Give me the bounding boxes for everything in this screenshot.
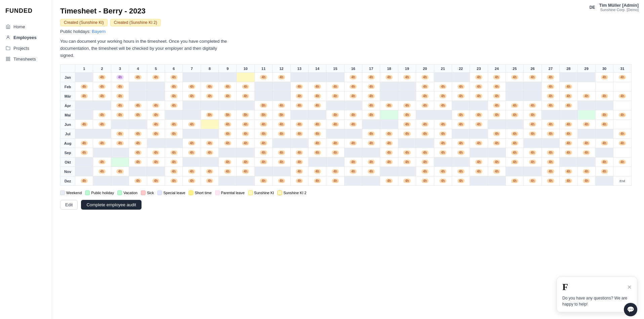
cell-feb-27[interactable]: 4h	[541, 82, 559, 92]
cell-sep-26[interactable]: 4h	[524, 148, 541, 157]
cell-jun-24[interactable]	[488, 120, 506, 129]
cell-apr-14[interactable]: 4h	[308, 101, 326, 110]
cell-jan-1[interactable]	[75, 73, 93, 82]
cell-jul-29[interactable]	[577, 129, 595, 139]
chat-close-button[interactable]: ✕	[627, 284, 632, 290]
cell-mär-3[interactable]: 4h	[111, 92, 129, 101]
cell-jul-15[interactable]	[326, 129, 344, 139]
cell-sep-20[interactable]: 4h	[416, 148, 434, 157]
cell-dez-21[interactable]: 4h	[434, 176, 452, 186]
cell-jul-23[interactable]	[470, 129, 488, 139]
cell-nov-16[interactable]: 4h	[344, 167, 362, 176]
cell-dez-6[interactable]: 4h	[165, 176, 183, 186]
cell-okt-16[interactable]: 4h	[344, 157, 362, 167]
cell-mai-22[interactable]: 4h	[452, 110, 470, 120]
cell-apr-11[interactable]: 8h	[254, 101, 272, 110]
cell-nov-10[interactable]: 4h	[237, 167, 254, 176]
cell-aug-15[interactable]: 4h	[326, 139, 344, 148]
cell-mai-4[interactable]: 4h	[129, 110, 147, 120]
cell-jun-23[interactable]: 4h	[470, 120, 488, 129]
cell-okt-13[interactable]: 4h	[290, 157, 308, 167]
cell-jul-9[interactable]: 4h	[219, 129, 237, 139]
cell-jun-29[interactable]: 4h	[577, 120, 595, 129]
cell-dez-15[interactable]: 4h	[326, 176, 344, 186]
cell-jul-25[interactable]: 4h	[506, 129, 524, 139]
cell-jan-7[interactable]	[183, 73, 201, 82]
cell-jun-30[interactable]: 4h	[595, 120, 613, 129]
cell-jul-28[interactable]: 4h	[560, 129, 577, 139]
cell-mai-31[interactable]: 4h	[613, 110, 632, 120]
cell-dez-22[interactable]: 4h	[452, 176, 470, 186]
cell-sep-23[interactable]	[470, 148, 488, 157]
cell-apr-29[interactable]	[577, 101, 595, 110]
cell-jan-9[interactable]	[219, 73, 237, 82]
cell-apr-2[interactable]	[93, 101, 111, 110]
cell-mär-25[interactable]	[506, 92, 524, 101]
cell-nov-19[interactable]	[398, 167, 416, 176]
cell-okt-24[interactable]: 4h	[488, 157, 506, 167]
cell-apr-25[interactable]: 4h	[506, 101, 524, 110]
cell-jul-8[interactable]	[201, 129, 218, 139]
cell-okt-8[interactable]	[201, 157, 218, 167]
cell-jul-20[interactable]: 4h	[416, 129, 434, 139]
cell-jan-30[interactable]: 4h	[595, 73, 613, 82]
cell-apr-21[interactable]: 4h	[434, 101, 452, 110]
cell-okt-18[interactable]: 4h	[380, 157, 398, 167]
cell-apr-4[interactable]: 4h	[129, 101, 147, 110]
cell-feb-1[interactable]: 4h	[75, 82, 93, 92]
cell-apr-1[interactable]	[75, 101, 93, 110]
cell-feb-17[interactable]: 4h	[362, 82, 380, 92]
cell-okt-23[interactable]: 4h	[470, 157, 488, 167]
cell-mai-5[interactable]: 4h	[147, 110, 165, 120]
cell-nov-23[interactable]: 4h	[470, 167, 488, 176]
cell-sep-22[interactable]: 4h	[452, 148, 470, 157]
cell-jul-27[interactable]: 4h	[541, 129, 559, 139]
cell-jun-4[interactable]	[129, 120, 147, 129]
cell-apr-20[interactable]: 4h	[416, 101, 434, 110]
cell-mär-12[interactable]	[273, 92, 290, 101]
cell-dez-12[interactable]: 4h	[273, 176, 290, 186]
cell-jun-2[interactable]: 4h	[93, 120, 111, 129]
cell-okt-21[interactable]	[434, 157, 452, 167]
cell-feb-6[interactable]: 4h	[165, 82, 183, 92]
language-selector[interactable]: DE	[590, 5, 595, 10]
cell-jan-31[interactable]: 4h	[613, 73, 632, 82]
cell-aug-27[interactable]	[541, 139, 559, 148]
cell-sep-28[interactable]: 4h	[560, 148, 577, 157]
cell-mai-18[interactable]	[380, 110, 398, 120]
cell-jun-10[interactable]: 4h	[237, 120, 254, 129]
cell-apr-17[interactable]: 4h	[362, 101, 380, 110]
cell-mai-16[interactable]: 4h	[344, 110, 362, 120]
cell-jul-16[interactable]	[344, 129, 362, 139]
cell-mai-29[interactable]	[577, 110, 595, 120]
cell-jan-16[interactable]: 4h	[344, 73, 362, 82]
cell-okt-15[interactable]	[326, 157, 344, 167]
cell-mär-29[interactable]: 4h	[577, 92, 595, 101]
cell-jan-12[interactable]: 4h	[273, 73, 290, 82]
cell-jun-7[interactable]: 4h	[183, 120, 201, 129]
cell-nov-12[interactable]	[273, 167, 290, 176]
cell-okt-10[interactable]: 4h	[237, 157, 254, 167]
cell-jun-5[interactable]: 4h	[147, 120, 165, 129]
cell-mär-1[interactable]: 4h	[75, 92, 93, 101]
cell-jan-11[interactable]: 4h	[254, 73, 272, 82]
cell-aug-3[interactable]: 4h	[111, 139, 129, 148]
cell-dez-30[interactable]	[595, 176, 613, 186]
cell-apr-10[interactable]	[237, 101, 254, 110]
cell-okt-19[interactable]: 4h	[398, 157, 416, 167]
cell-mai-25[interactable]: 4h	[506, 110, 524, 120]
cell-jun-20[interactable]: 4h	[416, 120, 434, 129]
cell-sep-19[interactable]: 4h	[398, 148, 416, 157]
cell-nov-17[interactable]: 4h	[362, 167, 380, 176]
cell-aug-25[interactable]: 4h	[506, 139, 524, 148]
cell-nov-6[interactable]: 4h	[165, 167, 183, 176]
cell-feb-4[interactable]	[129, 82, 147, 92]
cell-jan-14[interactable]	[308, 73, 326, 82]
cell-sep-4[interactable]: 4h	[129, 148, 147, 157]
cell-jun-15[interactable]: 4h	[326, 120, 344, 129]
cell-jan-27[interactable]: 4h	[541, 73, 559, 82]
cell-jul-30[interactable]	[595, 129, 613, 139]
cell-jan-26[interactable]: 4h	[524, 73, 541, 82]
cell-apr-22[interactable]	[452, 101, 470, 110]
cell-mai-6[interactable]	[165, 110, 183, 120]
